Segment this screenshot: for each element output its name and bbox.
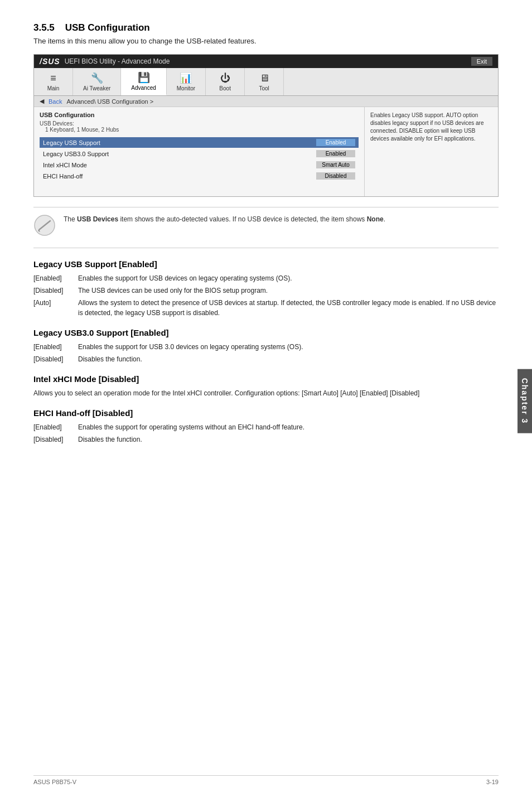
bios-titlebar-left: /SUS UEFI BIOS Utility - Advanced Mode bbox=[40, 57, 170, 66]
section-heading: 3.5.5 USB Configuration bbox=[33, 22, 150, 33]
option-ehci-enabled-desc: Enables the support for operating system… bbox=[78, 422, 499, 432]
tab-main[interactable]: ≡ Main bbox=[34, 68, 73, 95]
chapter-sidebar: Chapter 3 bbox=[518, 369, 532, 433]
legacy-usb30-label: Legacy USB3.0 Support bbox=[43, 151, 316, 157]
bios-nav: ≡ Main 🔧 Ai Tweaker 💾 Advanced 📊 Monitor… bbox=[34, 68, 498, 96]
asus-logo: /SUS bbox=[40, 57, 60, 66]
option-usb30-enabled-label: [Enabled] bbox=[33, 342, 78, 352]
main-icon: ≡ bbox=[50, 73, 56, 84]
advanced-icon: 💾 bbox=[138, 71, 150, 84]
monitor-icon: 📊 bbox=[180, 72, 192, 84]
option-enabled: [Enabled] Enables the support for USB de… bbox=[33, 273, 499, 283]
intel-xhci-value: Smart Auto bbox=[316, 161, 355, 168]
option-auto-label: [Auto] bbox=[33, 298, 78, 318]
section-ehci: EHCI Hand-off [Disabled] [Enabled] Enabl… bbox=[33, 408, 499, 445]
intel-xhci-desc: Allows you to select an operation mode f… bbox=[33, 388, 499, 398]
tab-tool[interactable]: 🖥 Tool bbox=[245, 68, 284, 95]
legacy-usb30-value: Enabled bbox=[316, 150, 355, 157]
option-disabled-label: [Disabled] bbox=[33, 286, 78, 296]
exit-button[interactable]: Exit bbox=[471, 57, 492, 66]
note-bold-none: None bbox=[367, 215, 384, 223]
legacy-usb-label: Legacy USB Support bbox=[43, 139, 316, 146]
bios-row-intel-xhci[interactable]: Intel xHCI Mode Smart Auto bbox=[40, 160, 359, 170]
option-ehci-disabled: [Disabled] Disables the function. bbox=[33, 434, 499, 445]
ehci-value: Disabled bbox=[316, 172, 355, 180]
ai-tweaker-label: Ai Tweaker bbox=[83, 85, 110, 91]
intel-xhci-label: Intel xHCI Mode bbox=[43, 162, 316, 168]
chapter-label: Chapter 3 bbox=[520, 378, 529, 424]
intro-text: The items in this menu allow you to chan… bbox=[33, 37, 499, 45]
bios-section-title: USB Configuration bbox=[40, 112, 359, 118]
bios-right-text: Enables Legacy USB support. AUTO option … bbox=[370, 112, 483, 142]
bios-row-legacy-usb30[interactable]: Legacy USB3.0 Support Enabled bbox=[40, 148, 359, 159]
ehci-label: EHCI Hand-off bbox=[43, 173, 316, 180]
bios-left-panel: USB Configuration USB Devices: 1 Keyboar… bbox=[34, 107, 364, 196]
option-disabled: [Disabled] The USB devices can be used o… bbox=[33, 286, 499, 296]
note-bold-usb-devices: USB Devices bbox=[77, 215, 118, 223]
breadcrumb-path: Advanced\ USB Configuration > bbox=[66, 98, 153, 105]
advanced-label: Advanced bbox=[131, 85, 156, 91]
section-intel-xhci-title: Intel xHCI Mode [Disabled] bbox=[33, 374, 499, 384]
option-auto-desc: Allows the system to detect the presence… bbox=[78, 298, 499, 318]
bios-breadcrumb: ◀ Back Advanced\ USB Configuration > bbox=[34, 96, 498, 107]
section-number: 3.5.5 bbox=[33, 22, 55, 33]
option-disabled-desc: The USB devices can be used only for the… bbox=[78, 286, 499, 296]
legacy-usb-value: Enabled bbox=[316, 139, 355, 146]
monitor-label: Monitor bbox=[177, 85, 195, 91]
tab-ai-tweaker[interactable]: 🔧 Ai Tweaker bbox=[73, 68, 121, 95]
bios-usb-devices: USB Devices: 1 Keyboard, 1 Mouse, 2 Hubs bbox=[40, 120, 359, 133]
option-ehci-disabled-label: [Disabled] bbox=[33, 434, 78, 445]
tab-monitor[interactable]: 📊 Monitor bbox=[167, 68, 206, 95]
bios-row-ehci[interactable]: EHCI Hand-off Disabled bbox=[40, 171, 359, 181]
note-text: The USB Devices item shows the auto-dete… bbox=[64, 214, 385, 224]
section-legacy-usb30-title: Legacy USB3.0 Support [Enabled] bbox=[33, 328, 499, 337]
tool-label: Tool bbox=[259, 85, 269, 91]
option-usb30-disabled-label: [Disabled] bbox=[33, 354, 78, 364]
option-ehci-enabled-label: [Enabled] bbox=[33, 422, 78, 432]
option-enabled-desc: Enables the support for USB devices on l… bbox=[78, 273, 499, 283]
option-ehci-disabled-desc: Disables the function. bbox=[78, 434, 499, 445]
option-usb30-disabled: [Disabled] Disables the function. bbox=[33, 354, 499, 364]
section-legacy-usb-title: Legacy USB Support [Enabled] bbox=[33, 259, 499, 269]
section-legacy-usb30: Legacy USB3.0 Support [Enabled] [Enabled… bbox=[33, 328, 499, 364]
tab-advanced[interactable]: 💾 Advanced bbox=[121, 68, 166, 95]
note-box: The USB Devices item shows the auto-dete… bbox=[33, 207, 499, 248]
section-title: USB Configuration bbox=[65, 22, 150, 33]
option-auto: [Auto] Allows the system to detect the p… bbox=[33, 298, 499, 318]
ai-tweaker-icon: 🔧 bbox=[91, 72, 103, 84]
option-usb30-enabled: [Enabled] Enables the support for USB 3.… bbox=[33, 342, 499, 352]
boot-icon: ⏻ bbox=[220, 73, 230, 84]
bios-titlebar: /SUS UEFI BIOS Utility - Advanced Mode E… bbox=[34, 55, 498, 68]
bios-ui-box: /SUS UEFI BIOS Utility - Advanced Mode E… bbox=[33, 54, 499, 197]
bios-row-legacy-usb[interactable]: Legacy USB Support Enabled bbox=[40, 137, 359, 148]
back-arrow-icon: ◀ bbox=[40, 98, 44, 105]
option-enabled-label: [Enabled] bbox=[33, 273, 78, 283]
section-ehci-title: EHCI Hand-off [Disabled] bbox=[33, 408, 499, 418]
option-usb30-enabled-desc: Enables the support for USB 3.0 devices … bbox=[78, 342, 499, 352]
note-icon bbox=[33, 214, 56, 241]
bios-content: USB Configuration USB Devices: 1 Keyboar… bbox=[34, 107, 498, 196]
main-label: Main bbox=[47, 85, 60, 91]
option-ehci-enabled: [Enabled] Enables the support for operat… bbox=[33, 422, 499, 432]
footer-right: 3-19 bbox=[486, 779, 499, 785]
option-usb30-disabled-desc: Disables the function. bbox=[78, 354, 499, 364]
tab-boot[interactable]: ⏻ Boot bbox=[206, 68, 245, 95]
back-link[interactable]: Back bbox=[49, 98, 62, 105]
bios-right-panel: Enables Legacy USB support. AUTO option … bbox=[364, 107, 498, 196]
footer-left: ASUS P8B75-V bbox=[33, 779, 76, 785]
section-intel-xhci: Intel xHCI Mode [Disabled] Allows you to… bbox=[33, 374, 499, 398]
section-legacy-usb: Legacy USB Support [Enabled] [Enabled] E… bbox=[33, 259, 499, 318]
boot-label: Boot bbox=[219, 85, 231, 91]
bios-title-text: UEFI BIOS Utility - Advanced Mode bbox=[65, 57, 170, 65]
tool-icon: 🖥 bbox=[259, 73, 269, 84]
